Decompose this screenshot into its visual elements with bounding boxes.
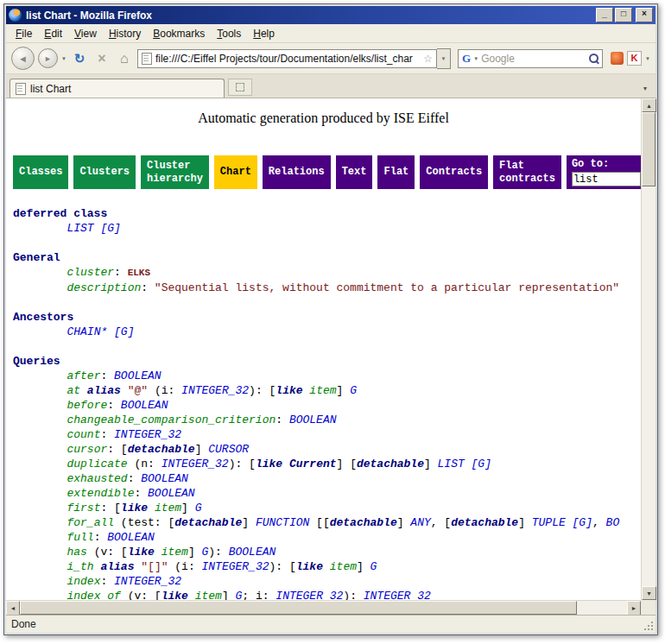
doc-button-chart[interactable]: Chart [214,155,257,189]
horizontal-scroll-thumb[interactable] [20,601,577,615]
url-input[interactable] [155,53,420,65]
code-line: cursor: [detachable] CURSOR [13,442,641,457]
reload-button[interactable]: ↻ [70,48,89,69]
menu-item-file[interactable]: File [10,26,38,41]
firefox-icon [9,9,22,22]
minimize-button[interactable]: _ [596,8,613,22]
code-line [13,339,641,354]
code-line: Ancestors [13,310,641,325]
tab-bar: list Chart ▼ [6,74,656,98]
vertical-scroll-thumb[interactable] [642,112,656,186]
bookmark-star-icon[interactable]: ☆ [423,53,433,65]
doc-button-classes[interactable]: Classes [13,155,68,189]
code-line: CHAIN* [G] [13,325,641,339]
stop-button[interactable]: × [92,48,111,69]
horizontal-scroll-track[interactable] [577,601,627,615]
code-line: before: BOOLEAN [13,398,641,413]
goto-box: Go to: [567,155,641,189]
new-tab-icon [236,83,244,92]
doc-nav-buttons: ClassesClustersCluster hierarchyChartRel… [13,155,641,189]
menu-item-view[interactable]: View [68,26,103,41]
history-dropdown[interactable]: ▼ [61,56,66,61]
code-line: for_all (test: [detachable] FUNCTION [[d… [13,515,641,530]
code-line [13,236,641,250]
menu-item-help[interactable]: Help [247,26,281,41]
doc-button-cluster-hierarchy[interactable]: Cluster hierarchy [141,155,209,189]
vertical-scrollbar[interactable]: ▲ ▼ [641,98,656,600]
doc-button-clusters[interactable]: Clusters [73,155,136,189]
scroll-right-icon: ► [631,605,637,611]
doc-button-flat[interactable]: Flat [377,155,415,189]
code-line: has (v: [like item] G): BOOLEAN [13,545,641,559]
scroll-right-button[interactable]: ► [627,601,641,616]
menu-item-tools[interactable]: Tools [211,26,247,41]
menu-bar: FileEditViewHistoryBookmarksToolsHelp [6,24,656,43]
tab-list-chart[interactable]: list Chart [10,79,225,98]
code-line: Queries [13,354,641,369]
page-icon [142,53,152,65]
horizontal-scrollbar[interactable]: ◄ ► [6,600,641,615]
new-tab-button[interactable] [228,79,252,96]
reload-icon: ↻ [74,51,86,66]
tab-page-icon [16,83,26,95]
url-dropdown-button[interactable]: ▼ [437,48,451,69]
back-button[interactable]: ◄ [11,47,35,70]
tab-label: list Chart [30,83,71,95]
code-line: LIST [G] [13,221,641,236]
url-field[interactable]: ☆ [137,49,437,68]
close-button[interactable]: × [636,8,653,22]
resize-grip[interactable] [643,620,653,630]
maximize-button[interactable]: □ [615,8,632,22]
scroll-down-button[interactable]: ▼ [642,586,656,600]
home-icon: ⌂ [120,51,129,66]
location-bar: ☆ ▼ [137,48,451,69]
doc-button-flat-contracts[interactable]: Flat contracts [493,155,561,189]
code-line: extendible: BOOLEAN [13,486,641,501]
code-line: full: BOOLEAN [13,530,641,545]
code-line: exhausted: BOOLEAN [13,471,641,486]
search-input[interactable] [481,53,586,65]
scroll-up-button[interactable]: ▲ [642,98,656,112]
code-line: first: [like item] G [13,501,641,515]
code-line: General [13,250,641,265]
code-line: changeable_comparison_criterion: BOOLEAN [13,413,641,427]
search-box[interactable]: G ▼ [458,49,603,68]
scroll-left-icon: ◄ [10,605,16,611]
title-bar[interactable]: list Chart - Mozilla Firefox _ □ × [6,6,656,24]
goto-input[interactable] [572,172,641,186]
home-button[interactable]: ⌂ [115,48,134,69]
navigation-toolbar: ◄ ► ▼ ↻ × ⌂ ☆ ▼ G ▼ K ▼ [6,43,656,74]
search-icon[interactable] [589,54,598,63]
tab-list-icon: ▼ [643,85,649,92]
window-controls: _ □ × [596,8,653,22]
doc-button-relations[interactable]: Relations [263,155,331,189]
menu-item-bookmarks[interactable]: Bookmarks [147,26,211,41]
doc-button-text[interactable]: Text [336,155,373,189]
search-engine-dropdown[interactable]: ▼ [473,56,478,61]
addon-icon-k[interactable]: K [627,51,642,66]
status-bar: Done [6,615,656,633]
code-line: index_of (v: [like item] G; i: INTEGER_3… [13,589,641,600]
menu-item-edit[interactable]: Edit [38,26,68,41]
code-line: deferred class [13,206,641,221]
code-line: cluster: ELKS [13,265,641,281]
doc-button-contracts[interactable]: Contracts [420,155,488,189]
code-line: duplicate (n: INTEGER_32): [like Current… [13,457,641,471]
browser-content: Automatic generation produced by ISE Eif… [6,98,656,615]
vertical-scroll-track[interactable] [642,186,656,586]
back-icon: ◄ [18,54,28,64]
firefox-window: list Chart - Mozilla Firefox _ □ × FileE… [3,3,658,635]
addon-dropdown[interactable]: ▼ [645,56,650,61]
tab-list-dropdown[interactable]: ▼ [638,80,652,96]
status-text: Done [11,618,36,630]
code-block: deferred class LIST [G] General cluster:… [13,206,641,600]
forward-button[interactable]: ► [38,48,58,68]
page-title: Automatic generation produced by ISE Eif… [6,110,641,126]
scroll-down-icon: ▼ [646,590,652,597]
code-line: i_th alias "[]" (i: INTEGER_32): [like i… [13,559,641,574]
menu-item-history[interactable]: History [103,26,147,41]
forward-icon: ► [44,54,52,63]
window-title: list Chart - Mozilla Firefox [26,9,592,22]
addon-icon-1[interactable] [611,52,624,65]
scroll-left-button[interactable]: ◄ [6,601,20,616]
